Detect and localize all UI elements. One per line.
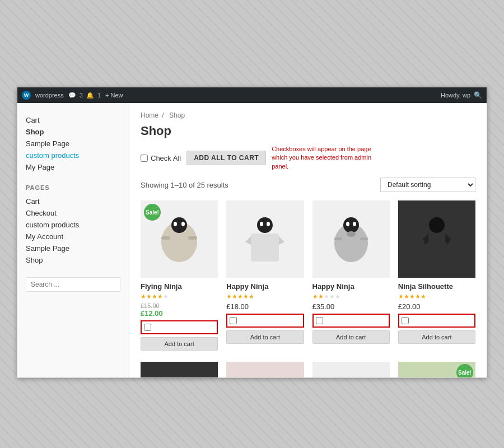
add-to-cart-button-3[interactable]: Add to cart bbox=[312, 330, 390, 344]
pages-section-title: PAGES bbox=[26, 184, 120, 191]
svg-rect-5 bbox=[188, 236, 197, 240]
check-all-label[interactable]: Check All bbox=[141, 154, 181, 162]
add-to-cart-button-1[interactable]: Add to cart bbox=[141, 337, 218, 351]
product-image-r2p3[interactable] bbox=[312, 362, 390, 377]
sidebar-page-custom-products[interactable]: custom products bbox=[26, 219, 120, 231]
sidebar-item-cart[interactable]: Cart bbox=[26, 114, 120, 126]
product-card-r2p1 bbox=[141, 362, 218, 377]
results-count: Showing 1–10 of 25 results bbox=[141, 181, 228, 189]
sale-badge: Sale! bbox=[144, 204, 161, 221]
add-to-cart-button-4[interactable]: Add to cart bbox=[398, 330, 475, 344]
comment-count: 3 bbox=[80, 92, 83, 99]
product-image-flying-ninja[interactable]: Sale! bbox=[141, 200, 218, 278]
product-image-svg-4 bbox=[398, 200, 475, 278]
sidebar-page-sample-page[interactable]: Sample Page bbox=[26, 242, 120, 254]
product-checkbox-row-3 bbox=[312, 314, 390, 328]
bulk-actions-row: Check All ADD ALL TO CART Checkboxes wil… bbox=[141, 145, 475, 171]
svg-point-8 bbox=[260, 222, 263, 226]
product-image-r2p2[interactable] bbox=[226, 362, 304, 377]
product-checkbox-4[interactable] bbox=[402, 317, 409, 324]
product-image-happy-ninja-1[interactable] bbox=[226, 200, 304, 278]
breadcrumb-home[interactable]: Home bbox=[141, 111, 158, 119]
product-image-happy-ninja-2[interactable] bbox=[312, 200, 390, 278]
sidebar: Cart Shop Sample Page custom products My… bbox=[17, 103, 129, 377]
check-all-checkbox[interactable] bbox=[141, 155, 148, 162]
sidebar-item-sample-page[interactable]: Sample Page bbox=[26, 138, 120, 150]
sidebar-page-cart[interactable]: Cart bbox=[26, 195, 120, 207]
product-card-r2p4: Sale! bbox=[398, 362, 475, 377]
admin-bar-left: W wordpress 💬 3 🔔 1 + New bbox=[22, 91, 436, 100]
product-checkbox-2[interactable] bbox=[230, 317, 237, 324]
product-card-r2p3 bbox=[312, 362, 390, 377]
update-count: 1 bbox=[97, 92, 101, 99]
breadcrumb: Home / Shop bbox=[141, 111, 475, 119]
sidebar-page-my-account[interactable]: My Account bbox=[26, 231, 120, 242]
product-stars-flying-ninja: ★★★★★ bbox=[141, 293, 218, 300]
product-img-r2p2 bbox=[226, 362, 304, 377]
product-image-ninja-silhouette[interactable] bbox=[398, 200, 475, 278]
admin-bar: W wordpress 💬 3 🔔 1 + New Howdy, wp 🔍 bbox=[17, 87, 487, 103]
update-icon: 🔔 bbox=[86, 92, 94, 99]
breadcrumb-shop: Shop bbox=[169, 111, 185, 119]
product-name-happy-ninja-1: Happy Ninja bbox=[226, 282, 304, 291]
product-image-r2p4[interactable]: Sale! bbox=[398, 362, 475, 377]
products-grid-row1: Sale! Flying Ninja bbox=[141, 200, 475, 351]
sidebar-nav-primary: Cart Shop Sample Page custom products My… bbox=[26, 114, 120, 173]
svg-point-11 bbox=[343, 217, 359, 233]
svg-point-13 bbox=[353, 222, 356, 226]
content-area: Cart Shop Sample Page custom products My… bbox=[17, 103, 487, 377]
product-stars-happy-ninja-2: ★★★★★ bbox=[312, 293, 390, 300]
sorting-select[interactable]: Default sorting Sort by popularity Sort … bbox=[380, 178, 475, 192]
product-name-ninja-silhouette: Ninja Silhouette bbox=[398, 282, 475, 291]
product-card-flying-ninja: Sale! Flying Ninja bbox=[141, 200, 218, 351]
product-name-happy-ninja-2: Happy Ninja bbox=[312, 282, 390, 291]
product-price-old-flying-ninja: £15.00 bbox=[141, 302, 218, 309]
product-card-happy-ninja-2: Happy Ninja ★★★★★ £35.00 Add to cart bbox=[312, 200, 390, 351]
product-card-happy-ninja-1: Happy Ninja ★★★★★ £18.00 Add to cart bbox=[226, 200, 304, 351]
svg-point-16 bbox=[347, 231, 356, 237]
product-price-ninja-silhouette: £20.00 bbox=[398, 302, 475, 311]
sidebar-page-shop[interactable]: Shop bbox=[26, 254, 120, 266]
svg-rect-15 bbox=[360, 237, 368, 240]
product-card-r2p2 bbox=[226, 362, 304, 377]
site-name[interactable]: wordpress bbox=[35, 92, 64, 99]
sidebar-item-my-page[interactable]: My Page bbox=[26, 161, 120, 173]
admin-bar-right: Howdy, wp 🔍 bbox=[441, 91, 482, 99]
products-grid-row2: Sale! bbox=[141, 362, 475, 377]
svg-rect-4 bbox=[161, 236, 170, 240]
new-button[interactable]: + New bbox=[105, 92, 123, 99]
sidebar-item-custom-products[interactable]: custom products bbox=[26, 150, 120, 161]
product-price-happy-ninja-1: £18.00 bbox=[226, 302, 304, 311]
product-image-svg-3 bbox=[312, 200, 390, 278]
sidebar-search bbox=[26, 277, 120, 292]
product-price-new-flying-ninja: £12.00 bbox=[141, 309, 218, 318]
add-all-to-cart-button[interactable]: ADD ALL TO CART bbox=[186, 151, 266, 165]
product-name-flying-ninja: Flying Ninja bbox=[141, 282, 218, 291]
product-checkbox-1[interactable] bbox=[144, 324, 151, 331]
add-to-cart-button-2[interactable]: Add to cart bbox=[226, 330, 304, 344]
product-card-ninja-silhouette: Ninja Silhouette ★★★★★ £20.00 Add to car… bbox=[398, 200, 475, 351]
browser-window: W wordpress 💬 3 🔔 1 + New Howdy, wp 🔍 Ca… bbox=[17, 87, 487, 378]
svg-point-7 bbox=[257, 217, 273, 233]
product-checkbox-row-1 bbox=[141, 320, 218, 334]
product-checkbox-3[interactable] bbox=[316, 317, 323, 324]
breadcrumb-separator: / bbox=[162, 111, 166, 119]
svg-point-2 bbox=[174, 222, 177, 226]
product-stars-happy-ninja-1: ★★★★★ bbox=[226, 293, 304, 300]
svg-point-19 bbox=[433, 227, 440, 232]
search-icon[interactable]: 🔍 bbox=[474, 91, 482, 99]
sidebar-nav-pages: Cart Checkout custom products My Account… bbox=[26, 195, 120, 266]
comment-icon: 💬 bbox=[68, 92, 76, 99]
svg-point-1 bbox=[171, 217, 187, 233]
product-image-r2p1[interactable] bbox=[141, 362, 218, 377]
product-price-happy-ninja-2: £35.00 bbox=[312, 302, 390, 311]
svg-rect-14 bbox=[334, 237, 342, 240]
sidebar-item-shop[interactable]: Shop bbox=[26, 126, 120, 138]
search-input[interactable] bbox=[26, 277, 120, 292]
product-image-svg-2 bbox=[226, 200, 304, 278]
svg-point-9 bbox=[267, 222, 270, 226]
howdy-label: Howdy, wp bbox=[441, 92, 470, 99]
sidebar-page-checkout[interactable]: Checkout bbox=[26, 207, 120, 219]
sale-badge-r2p4: Sale! bbox=[456, 364, 473, 377]
wp-logo-icon[interactable]: W bbox=[22, 91, 31, 100]
